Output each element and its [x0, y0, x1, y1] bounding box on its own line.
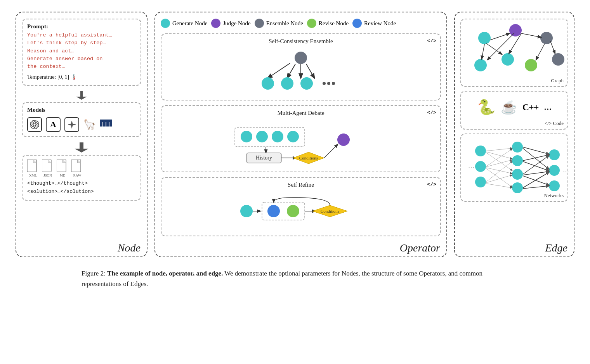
svg-point-70 [512, 142, 523, 153]
svg-point-75 [549, 165, 560, 176]
mad-title: Multi-Agent Debate [166, 110, 436, 116]
generate-label: Generate Node [172, 20, 207, 27]
svg-point-68 [475, 161, 486, 172]
svg-point-73 [512, 182, 523, 193]
svg-point-57 [525, 59, 537, 71]
operator-panel-label: Operator [400, 242, 440, 254]
code-sub-panel: 🐍 ☕ C++ … </> Code [460, 91, 568, 130]
svg-rect-0 [80, 91, 83, 97]
svg-line-59 [490, 33, 510, 40]
edge-panel-label: Edge [545, 242, 567, 254]
prompt-label: Prompt: [27, 23, 136, 30]
svg-line-83 [486, 160, 512, 167]
svg-line-60 [521, 33, 541, 37]
prompt-text: You're a helpful assistant… Let's think … [27, 31, 136, 71]
operator-panel: Generate Node Judge Node Ensemble Node R… [154, 12, 447, 257]
revise-node-circle [307, 19, 316, 28]
graph-sub-panel: Graph [460, 19, 568, 87]
svg-rect-6 [109, 120, 112, 127]
models-box: Models A 🦙 [22, 102, 141, 137]
svg-line-84 [486, 168, 512, 173]
revise-label: Revise Node [319, 20, 349, 27]
sr-code-badge: </> [427, 182, 436, 187]
graph-label: Graph [551, 78, 564, 84]
code-label: </> Code [545, 120, 564, 127]
svg-rect-9 [108, 120, 109, 122]
graph-svg [465, 23, 570, 81]
sc-svg [246, 50, 355, 93]
legend-generate: Generate Node [161, 19, 207, 28]
svg-point-74 [549, 149, 560, 160]
java-icon: ☕ [501, 99, 517, 115]
svg-point-34 [272, 131, 283, 142]
svg-text:Conditions: Conditions [321, 209, 339, 213]
networks-svg: … … [465, 137, 570, 196]
legend-ensemble: Ensemble Node [255, 19, 303, 28]
svg-point-27 [332, 82, 335, 85]
svg-line-64 [509, 34, 521, 54]
svg-point-72 [512, 169, 523, 180]
legend-judge: Judge Node [211, 19, 250, 28]
mad-panel: Multi-Agent Debate </> [161, 105, 441, 172]
node-panel: Prompt: You're a helpful assistant… Let'… [16, 12, 148, 257]
svg-point-58 [552, 53, 564, 66]
down-arrow-1 [22, 91, 141, 100]
sr-diagram: Conditions [166, 191, 436, 231]
svg-rect-10 [80, 142, 83, 149]
svg-line-91 [523, 155, 549, 161]
svg-point-56 [502, 53, 514, 66]
prompt-box: Prompt: You're a helpful assistant… Let'… [22, 19, 141, 86]
svg-point-32 [241, 131, 252, 142]
llama-icon: 🦙 [83, 118, 95, 130]
md-file-icon: MD [57, 159, 68, 177]
review-node-circle [352, 19, 362, 28]
svg-point-20 [295, 52, 307, 64]
mad-diagram: History Conditions [166, 120, 436, 167]
output-text: <thought>…</thought> <solution>…</soluti… [27, 180, 136, 196]
models-label: Models [27, 107, 136, 113]
svg-line-61 [482, 44, 484, 59]
cpp-icon: C++ [522, 102, 539, 113]
svg-point-76 [549, 180, 560, 191]
svg-point-26 [327, 82, 330, 85]
temp-line: Temperatrue: [0, 1] 🌡️ [27, 74, 136, 80]
json-file-icon: JSON [42, 159, 54, 177]
svg-point-35 [287, 131, 299, 142]
sc-title: Self-Consistency Ensemble [166, 38, 436, 45]
sr-title: Self Refine [166, 182, 436, 188]
anthropic-icon: A [46, 117, 61, 132]
svg-rect-7 [102, 120, 103, 122]
svg-line-21 [268, 63, 290, 78]
svg-point-47 [267, 205, 280, 217]
figure-number: Figure 2: [82, 270, 106, 277]
svg-line-65 [536, 44, 545, 60]
svg-line-62 [486, 43, 502, 54]
down-arrow-2 [22, 142, 141, 153]
xml-file-icon: XML [27, 159, 39, 177]
judge-label: Judge Node [223, 20, 250, 27]
figure-caption: Figure 2: The example of node, operator,… [82, 268, 508, 289]
svg-line-79 [486, 148, 512, 151]
mad-svg: History Conditions [227, 122, 375, 165]
raw-file-icon: RAW [71, 159, 83, 177]
svg-line-66 [550, 41, 555, 54]
svg-line-24 [306, 64, 314, 78]
legend-review: Review Node [352, 19, 396, 28]
sr-panel: Self Refine </> [161, 177, 441, 236]
svg-text:Conditions: Conditions [299, 156, 318, 160]
svg-point-55 [474, 59, 487, 71]
python-icon: 🐍 [477, 99, 495, 116]
svg-point-48 [287, 205, 299, 217]
main-diagram: Prompt: You're a helpful assistant… Let'… [16, 12, 574, 257]
sc-diagram [166, 48, 436, 95]
sc-code-badge: </> [427, 38, 436, 44]
svg-rect-8 [105, 120, 106, 122]
svg-marker-11 [75, 149, 88, 153]
file-icons-row: XML JSON [27, 159, 136, 177]
edge-panel: Graph [454, 12, 574, 257]
generate-node-circle [161, 19, 170, 28]
svg-marker-2 [68, 121, 76, 128]
svg-point-29 [281, 77, 293, 90]
models-icons: A 🦙 [27, 116, 136, 132]
code-ellipsis: … [544, 103, 552, 112]
